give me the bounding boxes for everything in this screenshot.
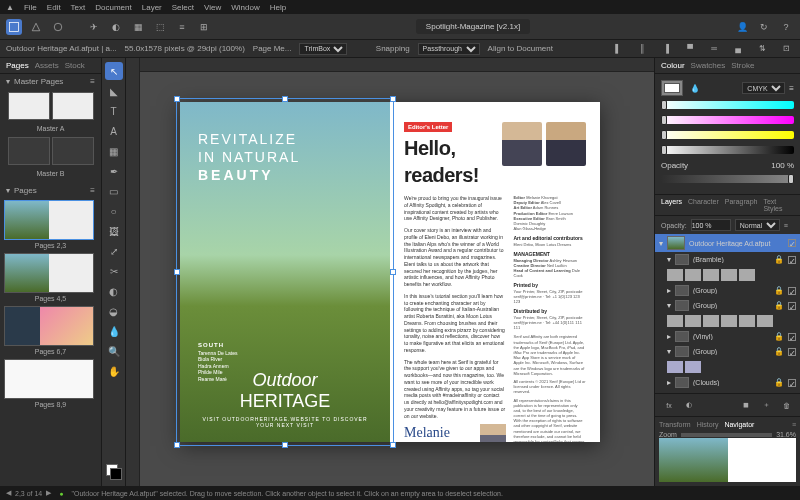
- menu-edit[interactable]: Edit: [47, 3, 61, 12]
- left-page[interactable]: REVITALIZE IN NATURAL BEAUTY SOUTH Taren…: [180, 102, 390, 442]
- tab-navigator[interactable]: Navigator: [724, 421, 754, 428]
- tab-assets[interactable]: Assets: [35, 61, 59, 70]
- account-icon[interactable]: 👤: [734, 19, 750, 35]
- table-tool-icon[interactable]: ▦: [105, 142, 123, 160]
- menu-file[interactable]: File: [24, 3, 37, 12]
- colour-picker-tool-icon[interactable]: 💧: [105, 322, 123, 340]
- layer-panel-menu-icon[interactable]: ≡: [784, 222, 788, 229]
- align-middle-icon[interactable]: ═: [706, 41, 722, 57]
- nav-menu-icon[interactable]: ≡: [792, 421, 796, 428]
- align-center-icon[interactable]: ║: [634, 41, 650, 57]
- preflight-status-icon[interactable]: ●: [59, 490, 63, 497]
- picture-frame-tool-icon[interactable]: 🖼: [105, 222, 123, 240]
- tab-layers[interactable]: Layers: [661, 198, 682, 212]
- handle-br[interactable]: [390, 442, 396, 448]
- art-text-tool-icon[interactable]: A: [105, 122, 123, 140]
- black-slider[interactable]: [661, 146, 794, 154]
- help-icon[interactable]: ?: [778, 19, 794, 35]
- eyedropper-icon[interactable]: 💧: [687, 80, 703, 96]
- layer-opacity-input[interactable]: [691, 219, 731, 231]
- delete-layer-icon[interactable]: 🗑: [778, 397, 794, 413]
- spread-6-7-thumb[interactable]: [4, 306, 94, 346]
- canvas[interactable]: REVITALIZE IN NATURAL BEAUTY SOUTH Taren…: [126, 58, 654, 486]
- align-doc[interactable]: Align to Document: [488, 44, 553, 53]
- menu-document[interactable]: Document: [95, 3, 131, 12]
- tab-history[interactable]: History: [697, 421, 719, 428]
- cyan-slider[interactable]: [661, 101, 794, 109]
- menu-view[interactable]: View: [204, 3, 221, 12]
- tab-transform[interactable]: Transform: [659, 421, 691, 428]
- tab-character[interactable]: Character: [688, 198, 719, 212]
- layer-group-3[interactable]: ▾(Group)🔒✓: [663, 344, 800, 359]
- persona-photo-icon[interactable]: [50, 19, 66, 35]
- pen-tool-icon[interactable]: ✒: [105, 162, 123, 180]
- master-pages-head[interactable]: ▾Master Pages≡: [0, 74, 101, 89]
- menu-select[interactable]: Select: [172, 3, 194, 12]
- page-indicator[interactable]: 2,3 of 14: [15, 490, 42, 497]
- tab-paragraph[interactable]: Paragraph: [725, 198, 758, 212]
- next-spread-icon[interactable]: ▶: [46, 489, 51, 497]
- mask-icon[interactable]: ◼: [738, 397, 754, 413]
- page-selector[interactable]: Page Me...: [253, 44, 292, 53]
- visibility-toggle[interactable]: ✓: [788, 239, 796, 247]
- menu-help[interactable]: Help: [270, 3, 286, 12]
- zoom-tool-icon[interactable]: 🔍: [105, 342, 123, 360]
- move-tool-icon[interactable]: ↖: [105, 62, 123, 80]
- layer-bramble[interactable]: ▾(Bramble)🔒✓: [663, 252, 800, 267]
- layer-vinyl[interactable]: ▸(Vinyl)🔒✓: [663, 329, 800, 344]
- master-b-label[interactable]: Master B: [4, 170, 97, 177]
- layer-doc[interactable]: ▾ Outdoor Heritage Ad.afput✓: [655, 234, 800, 252]
- place-tool-icon[interactable]: ⤢: [105, 242, 123, 260]
- ruler-horizontal[interactable]: [126, 58, 654, 72]
- align-left-icon[interactable]: ▌: [610, 41, 626, 57]
- hand-tool-icon[interactable]: ✋: [105, 362, 123, 380]
- fill-stroke-swatch[interactable]: [661, 80, 683, 96]
- menu-window[interactable]: Window: [231, 3, 259, 12]
- tab-stock[interactable]: Stock: [65, 61, 85, 70]
- node-tool-icon[interactable]: ◣: [105, 82, 123, 100]
- ruler-vertical[interactable]: [126, 58, 140, 486]
- opacity-value[interactable]: 100 %: [771, 161, 794, 170]
- snap-icon[interactable]: ⊞: [196, 19, 212, 35]
- spread-2-3-thumb[interactable]: [4, 200, 94, 240]
- menu-text[interactable]: Text: [71, 3, 86, 12]
- zoom-value[interactable]: 31.6%: [776, 431, 796, 438]
- layer-clouds[interactable]: ▸(Clouds)🔒✓: [663, 375, 800, 390]
- ellipse-tool-icon[interactable]: ○: [105, 202, 123, 220]
- tab-colour[interactable]: Colour: [661, 61, 685, 70]
- fill-tool-icon[interactable]: ◐: [105, 282, 123, 300]
- spread-4-5-thumb[interactable]: [4, 253, 94, 293]
- layer-group-2[interactable]: ▾(Group)🔒✓: [663, 298, 800, 313]
- colour-mode-select[interactable]: CMYK: [742, 82, 785, 94]
- prev-spread-icon[interactable]: ◀: [6, 489, 11, 497]
- zoom-slider[interactable]: [681, 433, 772, 437]
- vector-crop-tool-icon[interactable]: ✂: [105, 262, 123, 280]
- menu-layer[interactable]: Layer: [142, 3, 162, 12]
- view-mode-icon[interactable]: ◐: [108, 19, 124, 35]
- blend-mode-select[interactable]: Normal: [735, 219, 780, 231]
- add-layer-icon[interactable]: ＋: [758, 397, 774, 413]
- document-tab[interactable]: Spotlight-Magazine [v2.1x]: [416, 19, 530, 34]
- preflight-icon[interactable]: ✈: [86, 19, 102, 35]
- yellow-slider[interactable]: [661, 131, 794, 139]
- group-icon[interactable]: ⊡: [778, 41, 794, 57]
- master-a-label[interactable]: Master A: [4, 125, 97, 132]
- fx-icon[interactable]: fx: [661, 397, 677, 413]
- right-page[interactable]: Editor's Letter Hello, readers! We're pr…: [390, 102, 600, 442]
- tab-pages[interactable]: Pages: [6, 61, 29, 70]
- magenta-slider[interactable]: [661, 116, 794, 124]
- shape-tool-icon[interactable]: ▭: [105, 182, 123, 200]
- passthrough-select[interactable]: Passthrough: [418, 43, 480, 55]
- navigator-preview[interactable]: [659, 438, 796, 482]
- tab-textstyles[interactable]: Text Styles: [763, 198, 794, 212]
- spread-8-9-thumb[interactable]: [4, 359, 94, 399]
- lock-icon[interactable]: 🔒: [774, 255, 784, 264]
- sync-icon[interactable]: ↻: [756, 19, 772, 35]
- tab-swatches[interactable]: Swatches: [691, 61, 726, 70]
- handle-bc[interactable]: [282, 442, 288, 448]
- colour-menu-icon[interactable]: ≡: [789, 84, 794, 93]
- swatch-toggle[interactable]: [106, 464, 122, 480]
- align-right-icon[interactable]: ▐: [658, 41, 674, 57]
- clip-icon[interactable]: ⬚: [152, 19, 168, 35]
- opacity-slider[interactable]: [661, 175, 794, 183]
